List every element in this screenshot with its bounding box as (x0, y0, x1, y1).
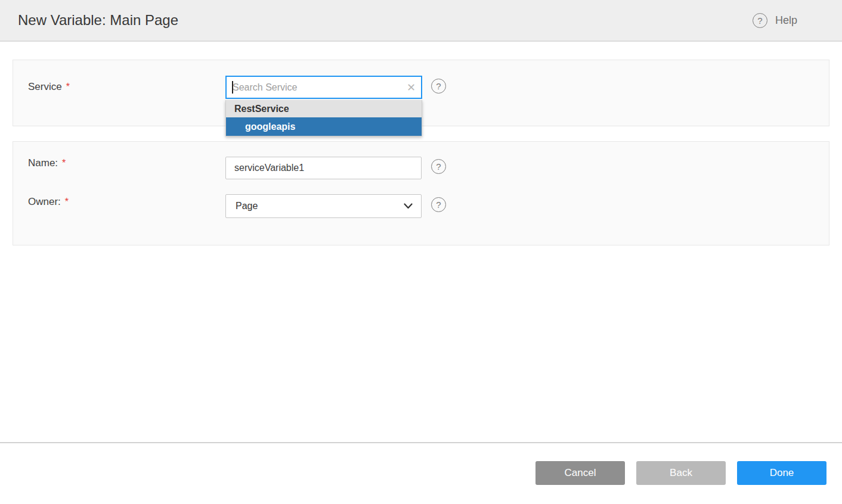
required-marker: * (62, 158, 66, 168)
dropdown-option-googleapis[interactable]: googleapis (226, 117, 422, 136)
help-button[interactable]: ? Help (753, 0, 797, 41)
owner-help-icon[interactable]: ? (431, 197, 446, 212)
chevron-down-icon (404, 203, 413, 209)
done-button[interactable]: Done (737, 461, 826, 485)
owner-label: Owner:* (28, 196, 69, 208)
owner-select[interactable]: Page (225, 194, 422, 218)
clear-icon[interactable]: ✕ (407, 82, 416, 93)
service-dropdown: RestService googleapis (225, 100, 422, 136)
dropdown-group-header: RestService (226, 100, 422, 117)
service-section: Service* ✕ RestService googleapis ? (13, 60, 829, 126)
name-label: Name:* (28, 157, 66, 169)
text-caret (232, 81, 233, 94)
footer-buttons: Cancel Back Done (535, 461, 826, 485)
footer-divider (0, 442, 842, 443)
owner-select-value: Page (236, 201, 258, 211)
service-search-box: ✕ (225, 76, 422, 99)
cancel-button[interactable]: Cancel (535, 461, 625, 485)
back-button[interactable]: Back (636, 461, 726, 485)
help-icon: ? (753, 13, 767, 28)
name-help-icon[interactable]: ? (431, 159, 446, 174)
dialog-header: New Variable: Main Page ? Help (0, 0, 842, 42)
help-label: Help (775, 14, 797, 27)
service-search-input[interactable] (227, 77, 421, 98)
service-help-icon[interactable]: ? (431, 79, 446, 94)
name-input[interactable] (225, 157, 422, 179)
details-section: Name:* ? Owner:* Page ? (13, 141, 829, 245)
page-title: New Variable: Main Page (18, 12, 178, 29)
required-marker: * (65, 197, 69, 207)
required-marker: * (66, 82, 70, 92)
service-label: Service* (28, 81, 70, 93)
